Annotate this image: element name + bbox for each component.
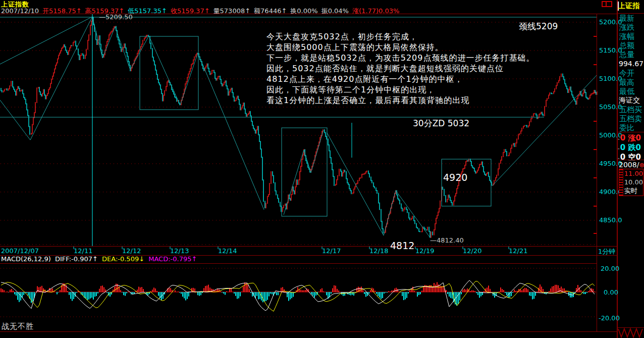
thermometer-icon	[619, 169, 623, 196]
price-axis-label: 5100.0	[599, 75, 617, 82]
peak-price-label: —5209.50	[99, 13, 133, 21]
macd-top-border	[0, 263, 597, 264]
date-axis-label: 12/14	[218, 247, 237, 255]
sidebar-field[interactable]: 五档买	[619, 105, 642, 115]
analysis-text-block: 今天大盘攻克5032点，初步任务完成， 大盘围绕5000点上下震荡的大格局依然保…	[266, 31, 534, 106]
sidebar-field: 最新	[619, 14, 634, 23]
analysis-line: 看这1分钟的上涨是否确立，最后再看其顶背驰的出现	[266, 95, 534, 106]
period-indicator[interactable]: 1分钟	[598, 247, 617, 256]
pivot-center-label: 4920	[443, 172, 467, 183]
sidebar-field: 涨幅	[619, 32, 634, 41]
price-axis-label: 4950.0	[599, 160, 617, 167]
next-date-row: 2008/⊕	[619, 161, 644, 169]
price-axis-label: 5000.0	[599, 131, 617, 139]
analysis-line: 大盘围绕5000点上下震荡的大格局依然保持。	[266, 42, 534, 53]
analysis-line: 因此，5032点能否站住，就是判断大盘超短线强弱的关键点位	[266, 63, 534, 74]
next-date: 2008/	[619, 161, 639, 169]
macd-scale-plus20: 20.00	[601, 265, 619, 272]
sidebar-field: 涨跌	[619, 23, 634, 32]
sidebar-field: 最高	[619, 78, 634, 87]
date-axis-label: 2007/12/07	[1, 247, 39, 255]
watermark-text: 战无不胜	[2, 322, 34, 331]
swing-low-price-label: —4812.40	[430, 236, 464, 244]
swing-low-label: 4812	[390, 240, 414, 251]
quote-sidebar: 上证指 最新涨跌涨幅总额总量 994.67 今开最高最低 海证交 五档买五档卖委…	[618, 0, 644, 338]
chart-bottom-border	[0, 246, 617, 247]
sidebar-field: 总量	[619, 50, 634, 60]
date-axis-label: 12/19	[415, 247, 434, 255]
chart-top-border	[0, 14, 617, 14]
realtime-toggle[interactable]: 实时	[624, 186, 643, 195]
price-axis-label: 5150.0	[599, 46, 617, 54]
sidebar-field: 最低	[619, 87, 634, 96]
analysis-line: 下一步，就是站稳5032点，为攻击5209点颈线的进一步任务打基础。	[266, 53, 534, 63]
macd-bottom-border	[0, 331, 617, 332]
date-axis-label: 12/18	[369, 247, 388, 255]
macd-diff-value: DIFF:-0.907↑	[55, 255, 98, 263]
total-volume-value: 994.67	[619, 60, 643, 68]
sidebar-divider	[618, 160, 644, 160]
sidebar-field: 今开	[619, 69, 634, 78]
clock-icon: ⊕	[639, 161, 644, 169]
price-axis-label: 4850.0	[599, 216, 617, 224]
date-axis-label: 12/13	[170, 247, 189, 255]
macd-name: MACD(26,12,9)	[1, 255, 51, 263]
analysis-line: 今天大盘攻克5032点，初步任务完成，	[266, 31, 534, 42]
sidebar-divider	[618, 132, 644, 132]
price-axis-label: 4900.0	[599, 188, 617, 196]
zigzag-logo-icon	[618, 328, 644, 338]
restore-window-icon[interactable]	[602, 1, 612, 7]
sidebar-field[interactable]: 五档卖	[619, 114, 642, 124]
zd-level-label: 30分ZD 5032	[413, 118, 469, 129]
sidebar-title: 上证指	[618, 2, 639, 11]
analysis-line: 4812点上来，在4920点附近有一个1分钟的中枢，	[266, 74, 534, 84]
gauge-low-value: 10.00	[624, 178, 643, 186]
date-axis-label: 12/20	[463, 247, 481, 255]
macd-scale-minus20: -20.00	[599, 314, 617, 322]
sidebar-field: 总额	[619, 41, 634, 51]
date-axis-label: 12/21	[509, 247, 527, 255]
macd-header: MACD(26,12,9) DIFF:-0.907↑ DEA:-0.509↓ M…	[1, 255, 199, 263]
count-row: -0 涨0	[618, 133, 641, 143]
date-axis-label: 12/11	[74, 247, 92, 255]
date-axis-label: 12/12	[122, 247, 141, 255]
axis-left-border	[597, 14, 597, 332]
gauge-high-value: 11.00	[624, 169, 643, 178]
exchange-label: 海证交	[619, 96, 640, 105]
macd-value: MACD:-0.795↑	[148, 255, 197, 263]
analysis-line: 因此，下面就等待第二个1分钟中枢的出现，	[266, 84, 534, 95]
date-axis-label: 12/17	[322, 247, 341, 255]
count-row: -0 跌0	[618, 143, 641, 153]
volume-ratio-gauge: 11.00 10.00 实时	[619, 169, 643, 196]
price-axis-label: 5200.0	[599, 18, 617, 26]
price-axis-label: 5050.0	[599, 103, 617, 111]
neckline-label: 颈线5209	[519, 21, 558, 32]
stock-trading-app: 上证指数 2007/12/10开5158.75↑高5159.37↑低5157.3…	[0, 0, 644, 338]
macd-dea-value: DEA:-0.509↓	[102, 255, 144, 263]
